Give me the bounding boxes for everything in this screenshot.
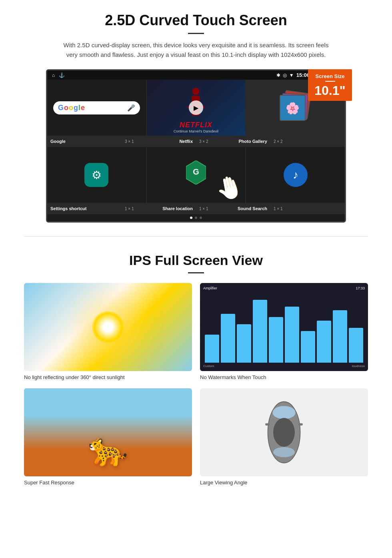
cheetah-image: 🐆 xyxy=(24,388,192,476)
maps-cell[interactable]: G 🤚 xyxy=(147,147,246,203)
google-name: Google xyxy=(50,139,66,144)
bluetooth-icon: ✱ xyxy=(276,72,280,78)
section-curved-screen: 2.5D Curved Touch Screen With 2.5D curve… xyxy=(0,0,392,232)
amplifier-caption: No Watermarks When Touch xyxy=(200,374,368,380)
amp-bar-1 xyxy=(205,335,219,363)
svg-point-6 xyxy=(273,418,295,447)
netflix-name: Netflix xyxy=(179,139,193,144)
music-cell[interactable]: ♪ xyxy=(246,147,345,203)
svg-rect-7 xyxy=(265,424,270,426)
screen-size-badge: Screen Size 10.1" xyxy=(308,69,352,101)
google-label: Google xyxy=(47,138,122,145)
app-labels-row2: Settings shortcut 1 × 1 Share location 1… xyxy=(47,203,345,214)
svg-rect-8 xyxy=(298,424,303,426)
cheetah-bg: 🐆 xyxy=(24,388,192,476)
home-icon: ⌂ xyxy=(52,72,55,78)
app-labels-row1: Google 3 × 1 Netflix 3 × 2 Photo Gallery… xyxy=(47,136,345,147)
maps-name: Share location xyxy=(162,206,193,211)
amp-bar-9 xyxy=(333,310,347,363)
amp-bars xyxy=(203,293,365,363)
amplifier-image: Amplifier 17:33 xyxy=(200,283,368,371)
amp-bar-6 xyxy=(285,307,299,363)
section2-title: IPS Full Screen View xyxy=(24,253,368,268)
section1-title: 2.5D Curved Touch Screen xyxy=(24,12,368,29)
maps-size-label: 1 × 1 Sound Search xyxy=(196,205,270,212)
maps-icon: G xyxy=(186,161,206,189)
ips-image-grid: No light reflecting under 360° direct su… xyxy=(24,283,368,486)
section1-description: With 2.5D curved-display screen, this de… xyxy=(60,40,332,60)
amp-bar-3 xyxy=(237,324,251,363)
dot-3 xyxy=(200,217,202,219)
car-caption: Large Viewing Angle xyxy=(200,480,368,486)
wifi-icon: ▼ xyxy=(289,72,294,78)
play-button[interactable]: ▶ xyxy=(189,100,203,115)
title-underline xyxy=(188,33,204,34)
music-name: Sound Search xyxy=(238,206,267,211)
settings-gear-icon: ⚙ xyxy=(92,169,102,182)
google-search-bar[interactable]: Google 🎤 xyxy=(53,101,140,114)
svg-point-4 xyxy=(272,406,296,419)
amp-header: Amplifier 17:33 xyxy=(203,286,365,290)
section-divider xyxy=(24,236,368,237)
amp-custom: Custom xyxy=(203,364,214,368)
gallery-card-3: 🌸 xyxy=(280,95,306,121)
car-bg xyxy=(200,388,368,476)
sunlight-caption: No light reflecting under 360° direct su… xyxy=(24,374,192,380)
amp-bar-2 xyxy=(221,314,235,363)
settings-icon: ⚙ xyxy=(84,163,108,187)
amp-bar-4 xyxy=(253,300,267,363)
sunlight-card: No light reflecting under 360° direct su… xyxy=(24,283,192,380)
gallery-size-label: 2 × 2 xyxy=(270,138,345,145)
settings-label: Settings shortcut xyxy=(47,205,122,212)
location-icon: ◎ xyxy=(283,72,287,78)
gallery-name: Photo Gallery xyxy=(238,139,267,144)
hand-pointing-icon: 🤚 xyxy=(213,172,245,203)
car-svg xyxy=(256,396,312,468)
car-card: Large Viewing Angle xyxy=(200,388,368,486)
app-grid-row1: Google 🎤 xyxy=(47,80,345,136)
status-left: ⌂ ⚓ xyxy=(52,72,65,78)
netflix-cell[interactable]: ▶ NETFLIX Continue Marvel's Daredevil xyxy=(147,80,246,136)
netflix-overlay: NETFLIX Continue Marvel's Daredevil xyxy=(147,118,246,136)
google-size: 3 × 1 xyxy=(125,139,134,144)
music-note-icon: ♪ xyxy=(293,169,298,181)
page-dots xyxy=(47,214,345,221)
google-logo: Google xyxy=(58,104,85,112)
amplifier-card: Amplifier 17:33 xyxy=(200,283,368,380)
status-bar: ⌂ ⚓ ✱ ◎ ▼ 15:06 📷 🔊 ☒ ▭ xyxy=(47,70,345,80)
badge-size: 10.1" xyxy=(311,84,349,97)
settings-cell[interactable]: ⚙ ⚙ xyxy=(47,147,146,203)
settings-name: Settings shortcut xyxy=(50,206,86,211)
amplifier-bg: Amplifier 17:33 xyxy=(200,283,368,371)
netflix-subtitle: Continue Marvel's Daredevil xyxy=(151,129,242,133)
music-size-label: 1 × 1 xyxy=(270,205,345,212)
maps-size: 1 × 1 xyxy=(199,207,208,211)
google-cell[interactable]: Google 🎤 xyxy=(47,80,146,136)
usb-icon: ⚓ xyxy=(59,72,65,78)
amp-title: Amplifier xyxy=(203,286,217,290)
netflix-logo: NETFLIX xyxy=(151,121,242,129)
gallery-size: 2 × 2 xyxy=(274,139,283,144)
badge-underline xyxy=(325,81,335,82)
status-time: 15:06 xyxy=(296,72,310,78)
sunlight-image xyxy=(24,283,192,371)
amp-footer: Custom loudness xyxy=(203,364,365,368)
cheetah-caption: Super Fast Response xyxy=(24,480,192,486)
settings-size-label: 1 × 1 Share location xyxy=(122,205,196,212)
amp-bar-8 xyxy=(317,321,331,363)
amp-loudness: loudness xyxy=(352,364,365,368)
amp-bar-10 xyxy=(349,328,363,363)
music-icon: ♪ xyxy=(284,163,308,187)
section-ips: IPS Full Screen View No light reflecting… xyxy=(0,241,392,494)
google-size-label: 3 × 1 Netflix xyxy=(122,138,196,145)
gallery-stack: 🌸 xyxy=(280,92,312,124)
svg-text:G: G xyxy=(193,167,199,176)
music-size: 1 × 1 xyxy=(274,207,283,211)
sun-glow xyxy=(92,311,124,343)
svg-point-5 xyxy=(273,447,295,457)
cheetah-card: 🐆 Super Fast Response xyxy=(24,388,192,486)
flower-icon: 🌸 xyxy=(286,101,300,114)
sunlight-bg xyxy=(24,283,192,371)
netflix-size: 3 × 2 xyxy=(199,139,208,144)
amp-bar-7 xyxy=(301,331,315,363)
